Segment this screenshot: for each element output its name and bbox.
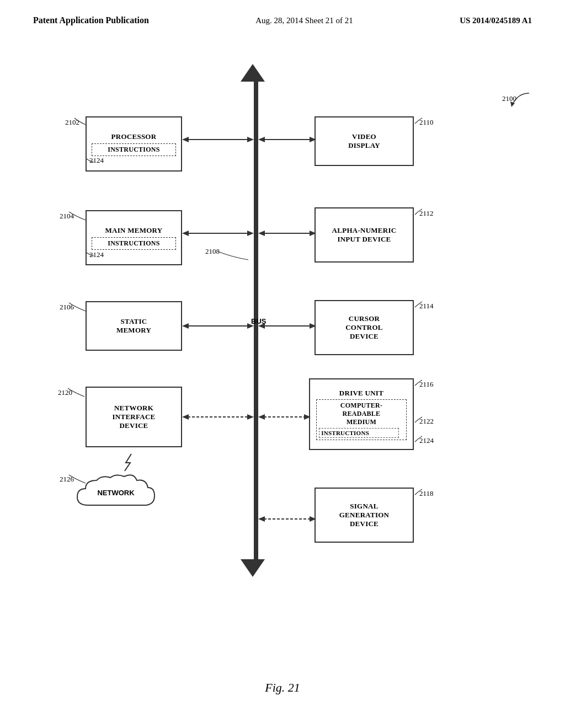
connector-processor bbox=[182, 135, 254, 144]
svg-marker-19 bbox=[310, 323, 316, 329]
figure-caption: Fig. 21 bbox=[265, 681, 300, 695]
svg-marker-22 bbox=[247, 414, 254, 420]
drive-unit-label: DRIVE UNIT bbox=[339, 389, 383, 398]
connector-drive-unit bbox=[258, 413, 311, 421]
video-display-label: VIDEO DISPLAY bbox=[348, 132, 380, 150]
connector-network-interface bbox=[182, 413, 254, 421]
instructions-label-drive: INSTRUCTIONS bbox=[321, 430, 369, 436]
svg-marker-3 bbox=[182, 137, 189, 142]
alpha-numeric-label: ALPHA-NUMERIC INPUT DEVICE bbox=[332, 226, 397, 244]
header-publication-label: Patent Application Publication bbox=[33, 15, 149, 25]
network-interface-label: NETWORK INTERFACE DEVICE bbox=[113, 404, 156, 430]
svg-marker-9 bbox=[182, 231, 189, 236]
ref-2124a-curve bbox=[86, 158, 97, 166]
header-patent-number: US 2014/0245189 A1 bbox=[460, 16, 532, 25]
computer-readable-medium-box: COMPUTER- READABLE MEDIUM INSTRUCTIONS bbox=[316, 399, 407, 440]
ref-2124c-curve bbox=[414, 435, 425, 443]
svg-text:NETWORK: NETWORK bbox=[97, 489, 135, 497]
processor-instructions-box: INSTRUCTIONS bbox=[92, 143, 177, 156]
svg-marker-7 bbox=[310, 137, 316, 142]
lightning-bolt bbox=[120, 453, 137, 472]
svg-marker-24 bbox=[258, 414, 265, 420]
svg-marker-28 bbox=[310, 516, 316, 522]
svg-marker-10 bbox=[247, 231, 254, 236]
ref-2124b-curve bbox=[86, 251, 97, 260]
patent-diagram: 2100 PROCESSOR INSTRUCTIONS 2102 2124 MA… bbox=[0, 31, 565, 665]
ref-2118-curve bbox=[414, 488, 425, 496]
svg-marker-4 bbox=[247, 137, 254, 142]
processor-label: PROCESSOR bbox=[111, 132, 157, 141]
ref-2108-curve bbox=[215, 249, 254, 265]
svg-marker-0 bbox=[510, 101, 515, 107]
ref-2104-curve bbox=[66, 210, 88, 222]
alpha-numeric-box: ALPHA-NUMERIC INPUT DEVICE bbox=[315, 207, 414, 263]
ref-2114-curve bbox=[414, 301, 425, 309]
instructions-box-drive: INSTRUCTIONS bbox=[319, 428, 398, 438]
ref-2112-curve bbox=[414, 208, 425, 216]
svg-marker-6 bbox=[258, 137, 265, 142]
svg-marker-25 bbox=[304, 414, 311, 420]
main-memory-instructions-label: INSTRUCTIONS bbox=[108, 239, 159, 248]
ref-2120-curve bbox=[65, 387, 87, 399]
connector-alpha-numeric bbox=[258, 229, 316, 238]
ref-2106-curve bbox=[66, 301, 88, 313]
drive-unit-box: DRIVE UNIT COMPUTER- READABLE MEDIUM INS… bbox=[309, 378, 414, 450]
ref-2122-curve bbox=[414, 416, 425, 424]
connector-signal-gen bbox=[258, 515, 316, 523]
ref-2116-curve bbox=[414, 379, 425, 387]
ref-2102-curve bbox=[72, 116, 88, 127]
network-interface-box: NETWORK INTERFACE DEVICE bbox=[86, 387, 182, 447]
ref-2110-curve bbox=[414, 117, 425, 125]
svg-marker-13 bbox=[310, 231, 316, 236]
main-memory-instructions-box: INSTRUCTIONS bbox=[92, 237, 177, 250]
svg-marker-21 bbox=[182, 414, 189, 420]
bus-arrow-down bbox=[241, 559, 265, 577]
svg-marker-27 bbox=[258, 516, 265, 522]
signal-gen-label: SIGNAL GENERATION DEVICE bbox=[339, 502, 389, 528]
static-memory-label: STATIC MEMORY bbox=[116, 317, 151, 335]
video-display-box: VIDEO DISPLAY bbox=[315, 116, 414, 166]
svg-marker-12 bbox=[258, 231, 265, 236]
bus-arrow-up bbox=[241, 64, 265, 82]
page-header: Patent Application Publication Aug. 28, … bbox=[0, 0, 565, 25]
cursor-control-box: CURSOR CONTROL DEVICE bbox=[315, 300, 414, 355]
svg-marker-18 bbox=[258, 323, 265, 329]
connector-cursor-control bbox=[258, 322, 316, 330]
computer-readable-label: COMPUTER- READABLE MEDIUM bbox=[340, 402, 382, 426]
network-cloud: NETWORK bbox=[72, 472, 160, 516]
processor-instructions-label: INSTRUCTIONS bbox=[108, 146, 159, 154]
connector-main-memory bbox=[182, 229, 254, 238]
connector-static-memory bbox=[182, 322, 254, 330]
signal-gen-box: SIGNAL GENERATION DEVICE bbox=[315, 488, 414, 543]
header-date-sheet: Aug. 28, 2014 Sheet 21 of 21 bbox=[255, 16, 353, 25]
static-memory-box: STATIC MEMORY bbox=[86, 301, 182, 351]
cursor-control-label: CURSOR CONTROL DEVICE bbox=[345, 314, 383, 341]
ref-2100-arrow bbox=[507, 90, 535, 113]
connector-video-display bbox=[258, 135, 316, 144]
svg-marker-15 bbox=[182, 323, 189, 329]
main-memory-label: MAIN MEMORY bbox=[105, 226, 163, 235]
